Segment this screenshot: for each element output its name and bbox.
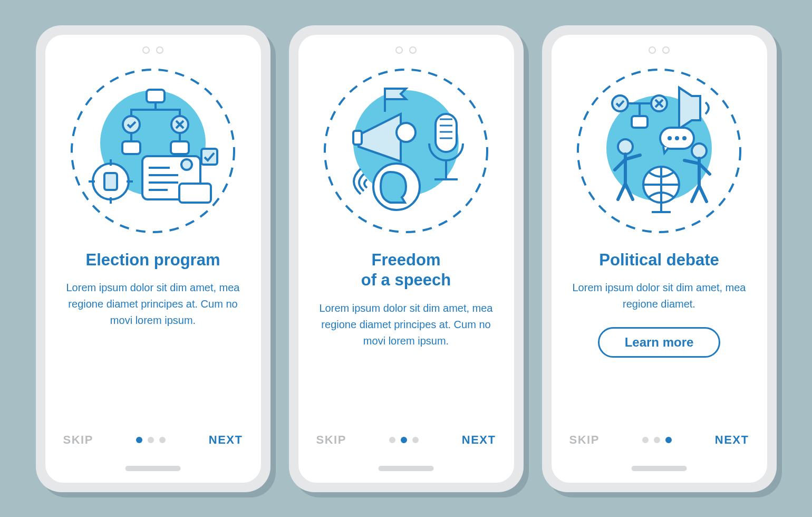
screen-body: Lorem ipsum dolor sit dim amet, mea regi… — [569, 280, 749, 312]
skip-button[interactable]: SKIP — [63, 433, 93, 447]
svg-point-29 — [692, 143, 707, 158]
screen-body: Lorem ipsum dolor sit dim amet, mea regi… — [316, 300, 496, 349]
dot-1[interactable] — [136, 437, 142, 443]
home-indicator — [632, 466, 687, 471]
screen-nav: SKIP NEXT — [316, 433, 496, 447]
dot-1[interactable] — [389, 437, 395, 443]
election-program-illustration — [69, 66, 237, 235]
sensor-dots — [395, 46, 417, 54]
onboarding-screen-2: Freedom of a speech Lorem ipsum dolor si… — [298, 35, 514, 483]
svg-rect-2 — [147, 90, 165, 102]
dot-2[interactable] — [654, 437, 660, 443]
phone-frame-1: Election program Lorem ipsum dolor sit d… — [36, 25, 270, 492]
screen-title: Political debate — [599, 250, 719, 271]
home-indicator — [125, 466, 181, 471]
svg-point-3 — [123, 116, 140, 133]
screen-nav: SKIP NEXT — [569, 433, 749, 447]
freedom-of-speech-illustration — [322, 66, 490, 235]
sensor-dots — [649, 46, 670, 54]
screen-body: Lorem ipsum dolor sit dim amet, mea regi… — [63, 280, 243, 329]
screen-title: Election program — [86, 250, 220, 271]
page-dots — [642, 437, 672, 443]
svg-rect-12 — [201, 149, 217, 165]
dot-1[interactable] — [642, 437, 649, 443]
svg-point-28 — [618, 139, 633, 154]
dot-3[interactable] — [665, 437, 672, 443]
next-button[interactable]: NEXT — [209, 433, 243, 447]
next-button[interactable]: NEXT — [715, 433, 749, 447]
page-dots — [136, 437, 166, 443]
svg-point-26 — [675, 136, 679, 140]
svg-rect-23 — [632, 116, 647, 128]
svg-rect-16 — [353, 131, 362, 145]
learn-more-button[interactable]: Learn more — [598, 327, 721, 358]
onboarding-screen-3: Political debate Lorem ipsum dolor sit d… — [552, 35, 767, 483]
phone-frame-2: Freedom of a speech Lorem ipsum dolor si… — [289, 25, 524, 492]
dot-3[interactable] — [159, 437, 166, 443]
political-debate-illustration — [575, 66, 743, 235]
page-dots — [389, 437, 419, 443]
dot-2[interactable] — [401, 437, 407, 443]
sensor-dots — [142, 46, 163, 54]
dot-2[interactable] — [148, 437, 154, 443]
svg-point-15 — [397, 123, 415, 142]
skip-button[interactable]: SKIP — [316, 433, 346, 447]
home-indicator — [379, 466, 434, 471]
svg-rect-6 — [171, 141, 189, 154]
screen-title: Freedom of a speech — [361, 250, 451, 291]
svg-point-27 — [682, 136, 687, 140]
svg-rect-8 — [104, 173, 117, 190]
next-button[interactable]: NEXT — [462, 433, 496, 447]
phone-frame-3: Political debate Lorem ipsum dolor sit d… — [542, 25, 777, 492]
svg-point-10 — [181, 159, 192, 170]
svg-rect-5 — [122, 141, 140, 154]
onboarding-screen-1: Election program Lorem ipsum dolor sit d… — [45, 35, 261, 483]
dot-3[interactable] — [412, 437, 419, 443]
skip-button[interactable]: SKIP — [569, 433, 600, 447]
svg-rect-11 — [179, 184, 211, 203]
svg-point-25 — [668, 136, 672, 140]
screen-nav: SKIP NEXT — [63, 433, 243, 447]
